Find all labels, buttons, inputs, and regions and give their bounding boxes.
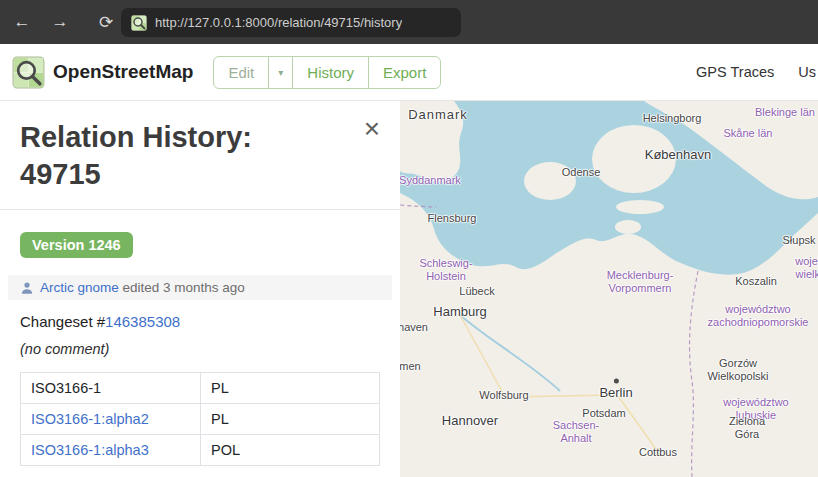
tag-key: ISO3166-1:alpha2: [21, 404, 201, 435]
relation-history-panel: Relation History: 49715 × Version 1246 A…: [0, 101, 400, 477]
edit-dropdown-caret-icon[interactable]: ▾: [268, 56, 293, 89]
user-diaries-link[interactable]: Us: [798, 64, 816, 80]
header-divider: [0, 209, 400, 210]
forward-button[interactable]: →: [44, 7, 76, 37]
osm-logo-icon: [12, 56, 45, 89]
close-icon[interactable]: ×: [364, 115, 380, 143]
url-text: http://127.0.0.1:8000/relation/49715/his…: [155, 15, 402, 30]
user-link[interactable]: Arctic gnome: [40, 280, 119, 295]
edited-by-row: Arctic gnome edited 3 months ago: [8, 275, 392, 300]
table-row: ISO3166-1:alpha3 POL: [21, 435, 380, 466]
edited-ago-text: edited 3 months ago: [119, 280, 245, 295]
changeset-link[interactable]: 146385308: [105, 313, 180, 330]
changeset-comment: (no comment): [20, 341, 380, 357]
browser-window: ← → ⟳ http://127.0.0.1:8000/relation/497…: [0, 0, 818, 477]
user-icon: [20, 281, 34, 295]
header-links: GPS Traces Us: [696, 64, 818, 80]
tags-table: ISO3166-1 PL ISO3166-1:alpha2 PL ISO3166…: [20, 372, 380, 466]
site-favicon-icon: [131, 15, 147, 31]
tag-key: ISO3166-1:alpha3: [21, 435, 201, 466]
table-row: ISO3166-1:alpha2 PL: [21, 404, 380, 435]
export-button[interactable]: Export: [368, 56, 441, 89]
tag-value: PL: [201, 373, 380, 404]
tag-key-link[interactable]: ISO3166-1:alpha3: [31, 442, 149, 458]
tag-key: ISO3166-1: [21, 373, 201, 404]
edit-button[interactable]: Edit: [213, 56, 269, 89]
map-canvas[interactable]: DanmarkHelsingborgBlekinge länSkåne länK…: [400, 101, 818, 477]
page-title: Relation History: 49715: [20, 119, 320, 193]
tag-key-link[interactable]: ISO3166-1:alpha2: [31, 411, 149, 427]
version-badge: Version 1246: [20, 232, 133, 258]
map-base-layer: [400, 101, 818, 477]
changeset-label: Changeset #: [20, 313, 105, 330]
site-header: OpenStreetMap Edit ▾ History Export GPS …: [0, 44, 818, 101]
map-action-buttons: Edit ▾ History Export: [213, 56, 441, 89]
changeset-line: Changeset #146385308: [20, 313, 380, 330]
tag-value: PL: [201, 404, 380, 435]
brand-title[interactable]: OpenStreetMap: [53, 61, 193, 83]
url-bar[interactable]: http://127.0.0.1:8000/relation/49715/his…: [121, 8, 461, 37]
gps-traces-link[interactable]: GPS Traces: [696, 64, 774, 80]
reload-button[interactable]: ⟳: [90, 7, 122, 37]
tag-value: POL: [201, 435, 380, 466]
history-button[interactable]: History: [292, 56, 369, 89]
back-button[interactable]: ←: [6, 7, 38, 37]
browser-chrome: ← → ⟳ http://127.0.0.1:8000/relation/497…: [0, 0, 818, 44]
table-row: ISO3166-1 PL: [21, 373, 380, 404]
